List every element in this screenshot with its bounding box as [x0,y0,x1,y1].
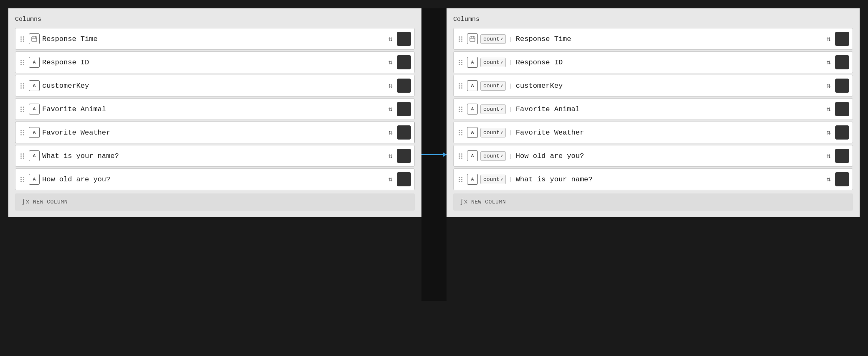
chevron-down-icon: ∨ [500,107,503,112]
visibility-toggle[interactable] [397,32,411,46]
type-icon-text: A [29,80,40,91]
sort-icon[interactable]: ⇅ [827,58,831,66]
right-row-favorite-animal: A count ∨ | Favorite Animal ⇅ [453,98,853,120]
col-name-what-is-your-name: What is your name? [42,152,386,160]
left-row-customer-key: A customerKey ⇅ [15,75,415,97]
sort-icon[interactable]: ⇅ [827,175,831,183]
drag-handle[interactable] [19,153,26,160]
right-columns-panel: Columns [447,8,860,217]
sort-icon[interactable]: ⇅ [388,152,393,160]
visibility-toggle[interactable] [397,125,411,140]
right-row-how-old: A count ∨ | How old are you? ⇅ [453,145,853,167]
drag-handle[interactable] [19,36,26,43]
agg-dropdown-response-time[interactable]: count ∨ [480,34,506,44]
agg-value: count [483,36,500,42]
visibility-toggle[interactable] [835,125,849,140]
type-icon-calendar [29,33,40,44]
visibility-toggle[interactable] [835,79,849,93]
visibility-toggle[interactable] [397,149,411,163]
sort-icon[interactable]: ⇅ [827,152,831,160]
type-icon-text: A [29,57,40,68]
agg-value: count [483,176,500,183]
col-name-response-id: Response ID [42,58,386,66]
agg-dropdown-how-old[interactable]: count ∨ [480,151,506,161]
sort-icon[interactable]: ⇅ [827,128,831,137]
chevron-down-icon: ∨ [500,177,503,182]
agg-dropdown-response-id[interactable]: count ∨ [480,58,506,67]
right-new-column-label: NEW COLUMN [471,199,506,205]
drag-handle[interactable] [19,59,26,66]
left-row-response-time: Response Time ⇅ [15,28,415,50]
sort-icon[interactable]: ⇅ [388,35,393,43]
agg-dropdown-favorite-animal[interactable]: count ∨ [480,104,506,114]
sort-icon[interactable]: ⇅ [388,175,393,183]
drag-handle[interactable] [457,36,464,43]
right-new-column-button[interactable]: ∫x NEW COLUMN [453,193,853,211]
chevron-down-icon: ∨ [500,83,503,88]
type-icon-text: A [29,104,40,114]
type-icon-text: A [467,174,478,185]
left-row-favorite-weather: A Favorite Weather ⇅ [15,122,415,143]
drag-handle[interactable] [19,106,26,113]
agg-dropdown-favorite-weather[interactable]: count ∨ [480,128,506,137]
sort-icon[interactable]: ⇅ [827,35,831,43]
fx-icon: ∫x [460,198,468,206]
visibility-toggle[interactable] [835,32,849,46]
visibility-toggle[interactable] [397,55,411,69]
arrow-right-icon [421,154,447,155]
drag-handle[interactable] [457,176,464,183]
agg-dropdown-what-is-your-name[interactable]: count ∨ [480,175,506,184]
agg-value: count [483,83,500,89]
type-icon-calendar [467,33,478,44]
divider [421,8,447,301]
right-panel-title: Columns [453,16,853,23]
col-name-favorite-animal: Favorite Animal [42,105,386,113]
sort-icon[interactable]: ⇅ [388,105,393,113]
chevron-down-icon: ∨ [500,36,503,41]
col-name-favorite-animal-r: Favorite Animal [516,105,825,113]
visibility-toggle[interactable] [835,172,849,186]
type-icon-text: A [29,174,40,185]
sort-icon[interactable]: ⇅ [388,58,393,66]
col-name-response-id-r: Response ID [516,58,825,66]
visibility-toggle[interactable] [397,172,411,186]
sort-icon[interactable]: ⇅ [388,128,393,137]
visibility-toggle[interactable] [397,102,411,116]
visibility-toggle[interactable] [397,79,411,93]
agg-value: count [483,59,500,66]
drag-handle[interactable] [457,59,464,66]
drag-handle[interactable] [457,106,464,113]
type-icon-text: A [467,104,478,114]
col-name-what-is-your-name-r: What is your name? [516,175,825,183]
drag-handle[interactable] [457,153,464,160]
drag-handle[interactable] [19,82,26,89]
visibility-toggle[interactable] [835,55,849,69]
agg-value: count [483,106,500,112]
left-row-response-id: A Response ID ⇅ [15,51,415,73]
new-column-button[interactable]: ∫x NEW COLUMN [15,193,415,211]
fx-icon: ∫x [22,198,30,206]
left-row-favorite-animal: A Favorite Animal ⇅ [15,98,415,120]
col-name-customer-key-r: customerKey [516,82,825,90]
sort-icon[interactable]: ⇅ [827,81,831,90]
left-row-how-old: A How old are you? ⇅ [15,168,415,190]
visibility-toggle[interactable] [835,102,849,116]
sort-icon[interactable]: ⇅ [388,81,393,90]
right-row-response-id: A count ∨ | Response ID ⇅ [453,51,853,73]
visibility-toggle[interactable] [835,149,849,163]
main-layout: Columns [8,8,860,301]
agg-dropdown-customer-key[interactable]: count ∨ [480,81,506,91]
right-row-response-time: count ∨ | Response Time ⇅ [453,28,853,50]
drag-handle[interactable] [19,129,26,136]
col-name-how-old-r: How old are you? [516,152,825,160]
new-column-label: NEW COLUMN [33,199,68,205]
col-name-favorite-weather-r: Favorite Weather [516,129,825,137]
sort-icon[interactable]: ⇅ [827,105,831,113]
col-name-favorite-weather: Favorite Weather [42,129,386,137]
left-panel-title: Columns [15,16,415,23]
svg-rect-4 [470,37,475,41]
drag-handle[interactable] [457,82,464,89]
type-icon-text: A [467,127,478,138]
drag-handle[interactable] [19,176,26,183]
drag-handle[interactable] [457,129,464,136]
